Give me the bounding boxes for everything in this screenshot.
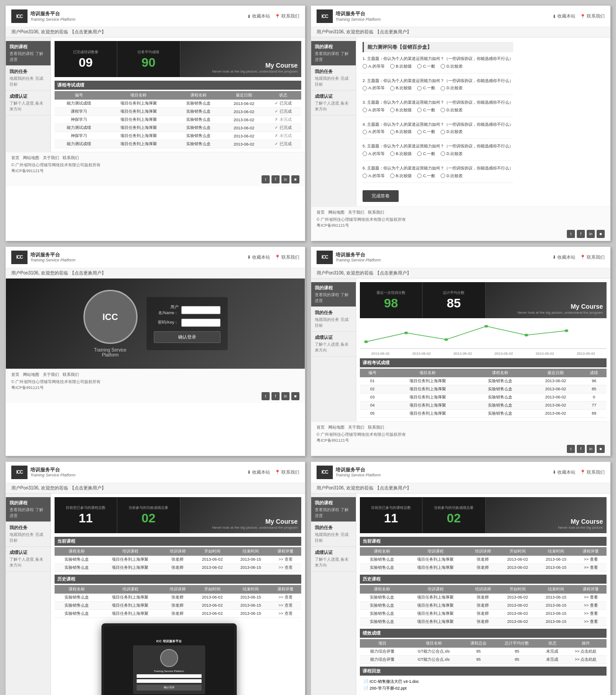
quiz-footer: 首页 网站地图 关于我们 联系我们 © 广州省阿佳心理辅导网络技术有限公司版权所…	[311, 206, 610, 241]
stats-sidebar-certs[interactable]: 成绩认证 了解个人进度,备未来方向	[311, 332, 356, 357]
footer-sitemap[interactable]: 网站地图	[23, 155, 39, 161]
quiz-option-4-3[interactable]: C.一般	[417, 129, 435, 135]
social-linkedin[interactable]: in	[281, 175, 290, 183]
quiz-option-2-2[interactable]: B.比较级	[390, 85, 412, 91]
quiz-footer-about[interactable]: 关于我们	[348, 210, 364, 215]
quiz-social-in[interactable]: in	[587, 230, 595, 238]
quiz-option-3-3[interactable]: C.一般	[417, 107, 435, 113]
quiz-sidebar-courses[interactable]: 我的课程 查看我的课程 了解进度	[311, 41, 356, 66]
quiz-option-2-3[interactable]: C.一般	[417, 85, 435, 91]
quiz-option-3-2[interactable]: B.比较级	[390, 107, 412, 113]
quiz-social-sq[interactable]: ■	[597, 230, 605, 238]
tasks-sidebar-certs[interactable]: 成绩认证 了解个人进度,备未来方向	[6, 547, 51, 572]
l-social-t[interactable]: t	[262, 392, 270, 400]
tasks-sidebar-tasks[interactable]: 我的任务 地观我的任务 完成目标	[6, 522, 51, 547]
detail-download[interactable]: ⬇ 收藏本站	[552, 469, 575, 476]
sidebar-item-certs[interactable]: 成绩认证 了解个人进度,备未来方向	[6, 91, 51, 115]
social-facebook[interactable]: f	[271, 175, 280, 183]
login-logo-area: ICC 培训服务平台 Training Service Platform	[11, 251, 75, 264]
stats-switch-user[interactable]: 【点击更换用户】	[375, 270, 411, 276]
quiz-option-6-4[interactable]: D.比较差	[441, 173, 463, 179]
switch-user-link[interactable]: 【点击更换用户】	[70, 29, 106, 35]
s-social-in[interactable]: in	[587, 445, 595, 453]
social-other[interactable]: ■	[291, 175, 299, 183]
stats-sidebar-courses[interactable]: 我的课程 查看我的课程 了解进度	[311, 282, 356, 307]
resource-file[interactable]: 📄 200-学习手册-02.ppt	[363, 686, 603, 691]
login-button[interactable]: 确认登录	[154, 331, 221, 343]
quiz-option-2-4[interactable]: D.比较差	[441, 85, 463, 91]
password-input-visual[interactable]	[181, 319, 221, 327]
detail-switch-user[interactable]: 【点击更换用户】	[375, 485, 411, 491]
l-footer-contact[interactable]: 联系我们	[63, 372, 79, 378]
l-footer-home[interactable]: 首页	[11, 372, 19, 378]
sidebar-item-courses[interactable]: 我的课程 查看我的课程 了解进度	[6, 41, 51, 66]
quiz-option-3-1[interactable]: A.的等等	[363, 107, 385, 113]
quiz-option-5-1[interactable]: A.的等等	[363, 151, 385, 157]
quiz-option-4-2[interactable]: B.比较级	[390, 129, 412, 135]
submit-quiz-button[interactable]: 完成答卷	[363, 190, 399, 202]
detail-contact[interactable]: 📍 联系我们	[580, 469, 605, 476]
tasks-switch-user[interactable]: 【点击更换用户】	[70, 485, 106, 491]
login-footer-links: 首页 网站地图 关于我们 联系我们	[11, 372, 299, 378]
footer-contact[interactable]: 联系我们	[63, 155, 79, 161]
quiz-sidebar-tasks[interactable]: 我的任务 地观我的任务 完成目标	[311, 66, 356, 91]
login-contact[interactable]: 📍 联系我们	[275, 254, 299, 261]
l-social-sq[interactable]: ■	[291, 392, 299, 400]
quiz-option-2-1[interactable]: A.的等等	[363, 85, 385, 91]
detail-sidebar-tasks[interactable]: 我的任务 地观我的任务 完成目标	[311, 522, 356, 547]
quiz-footer-home[interactable]: 首页	[317, 210, 325, 215]
detail-sidebar-certs[interactable]: 成绩认证 了解个人进度,备未来方向	[311, 547, 356, 572]
l-social-f[interactable]: f	[271, 392, 280, 400]
resource-file[interactable]: 📄 ICC-销售微法大巴 v4-1.doc	[363, 679, 603, 685]
sidebar-item-tasks[interactable]: 我的任务 地观我的任务 完成目标	[6, 66, 51, 91]
footer-about[interactable]: 关于我们	[43, 155, 59, 161]
detail-current-title: 当前课程	[360, 537, 607, 546]
quiz-download[interactable]: ⬇ 收藏本站	[552, 13, 575, 19]
quiz-option-4-1[interactable]: A.的等等	[363, 129, 385, 135]
s-social-t[interactable]: t	[567, 445, 575, 453]
quiz-option-6-3[interactable]: C.一般	[417, 173, 435, 179]
login-switch-user[interactable]: 【点击更换用户】	[70, 270, 106, 276]
username-input-visual[interactable]	[181, 306, 221, 314]
quiz-option-1-3[interactable]: C.一般	[417, 64, 435, 69]
quiz-footer-sitemap[interactable]: 网站地图	[328, 210, 345, 215]
quiz-switch-user[interactable]: 【点击更换用户】	[375, 29, 411, 35]
quiz-option-6-1[interactable]: A.的等等	[363, 173, 385, 179]
quiz-footer-contact[interactable]: 联系我们	[368, 210, 384, 215]
detail-sidebar-courses[interactable]: 我的课程 查看我的课程 了解进度	[311, 497, 356, 522]
quiz-option-5-4[interactable]: D.比较差	[441, 151, 463, 157]
quiz-social-t[interactable]: t	[567, 230, 575, 238]
quiz-option-1-4[interactable]: D.比较差	[441, 64, 463, 69]
quiz-sidebar-certs[interactable]: 成绩认证 了解个人进度,备未来方向	[311, 91, 356, 115]
s-footer-sitemap[interactable]: 网站地图	[328, 425, 345, 430]
l-footer-sitemap[interactable]: 网站地图	[23, 372, 39, 378]
tasks-contact[interactable]: 📍 联系我们	[275, 469, 299, 476]
download-link[interactable]: ⬇ 收藏本站	[247, 13, 270, 19]
tasks-download[interactable]: ⬇ 收藏本站	[247, 469, 270, 476]
l-social-in[interactable]: in	[281, 392, 290, 400]
quiz-social-f[interactable]: f	[577, 230, 585, 238]
footer-home[interactable]: 首页	[11, 155, 19, 161]
quiz-option-6-2[interactable]: B.比较级	[390, 173, 412, 179]
s-social-f[interactable]: f	[577, 445, 585, 453]
stats-download[interactable]: ⬇ 收藏本站	[552, 254, 575, 261]
stats-sidebar-tasks[interactable]: 我的任务 地观我的任务 完成目标	[311, 307, 356, 332]
s-footer-home[interactable]: 首页	[317, 425, 325, 430]
quiz-option-1-1[interactable]: A.的等等	[363, 64, 385, 69]
quiz-contact[interactable]: 📍 联系我们	[580, 13, 605, 19]
s-footer-about[interactable]: 关于我们	[348, 425, 364, 430]
contact-link[interactable]: 📍 联系我们	[275, 13, 299, 19]
quiz-option-3-4[interactable]: D.比较差	[441, 107, 463, 113]
s-footer-contact[interactable]: 联系我们	[368, 425, 384, 430]
quiz-option-5-3[interactable]: C.一般	[417, 151, 435, 157]
login-download[interactable]: ⬇ 收藏本站	[247, 254, 270, 261]
social-twitter[interactable]: t	[262, 175, 270, 183]
l-footer-about[interactable]: 关于我们	[43, 372, 59, 378]
quiz-option-4-4[interactable]: D.比较差	[441, 129, 463, 135]
quiz-option-5-2[interactable]: B.比较级	[390, 151, 412, 157]
detail-stat2: 当前参与的功效成绩总量 02	[423, 497, 485, 533]
tasks-sidebar-courses[interactable]: 我的课程 查看我的课程 了解进度	[6, 497, 51, 522]
stats-contact[interactable]: 📍 联系我们	[580, 254, 605, 261]
quiz-option-1-2[interactable]: B.比较级	[390, 64, 412, 69]
s-social-sq[interactable]: ■	[597, 445, 605, 453]
